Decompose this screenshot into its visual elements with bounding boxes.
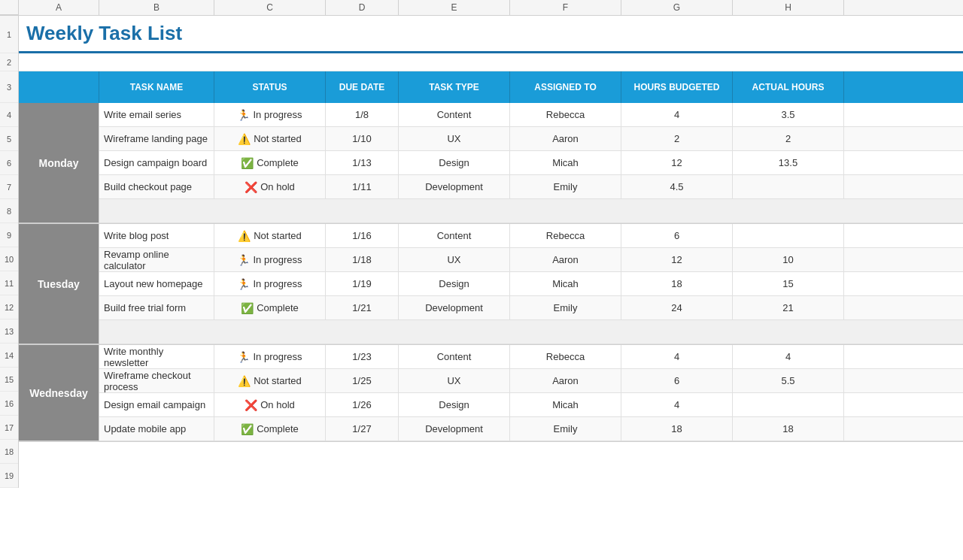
hours-budgeted: 4.5 — [621, 175, 733, 198]
status-icon: 🏃 — [237, 278, 250, 290]
table-row: Layout new homepage 🏃 In progress 1/19 D… — [99, 272, 963, 296]
col-header-h: H — [733, 0, 844, 15]
task-name: Build free trial form — [99, 296, 214, 319]
content-area: Weekly Task List TASK NAME STATUS DUE DA… — [19, 16, 963, 488]
status-label: Complete — [257, 302, 299, 313]
status-label: Complete — [257, 157, 299, 168]
column-header-row: A B C D E F G H — [0, 0, 963, 16]
tuesday-rows: Write blog post ⚠️ Not started 1/16 Cont… — [99, 224, 963, 344]
task-type: Development — [399, 175, 510, 198]
due-date: 1/8 — [326, 103, 399, 126]
spreadsheet: A B C D E F G H 1 2 3 4 5 6 7 8 9 10 11 … — [0, 0, 963, 560]
actual-hours: 13.5 — [733, 151, 844, 174]
table-row: Design email campaign ❌ On hold 1/26 Des… — [99, 393, 963, 417]
task-type: UX — [399, 127, 510, 150]
status-label: On hold — [260, 181, 295, 192]
status-label: Not started — [254, 375, 302, 386]
th-task-type: TASK TYPE — [399, 71, 510, 103]
hours-budgeted: 2 — [621, 127, 733, 150]
status-icon: ⚠️ — [238, 230, 251, 242]
assigned-to: Micah — [510, 393, 621, 416]
status-cell: ✅ Complete — [214, 417, 326, 440]
hours-budgeted: 4 — [621, 345, 733, 368]
hours-budgeted: 4 — [621, 103, 733, 126]
task-name: Write blog post — [99, 224, 214, 247]
due-date: 1/11 — [326, 175, 399, 198]
assigned-to: Rebecca — [510, 345, 621, 368]
row-num-17: 17 — [0, 416, 18, 440]
row-num-7: 7 — [0, 175, 18, 199]
task-type: Design — [399, 393, 510, 416]
table-header-row: TASK NAME STATUS DUE DATE TASK TYPE ASSI… — [19, 71, 963, 103]
tuesday-label: Tuesday — [19, 224, 99, 344]
table-row: Build checkout page ❌ On hold 1/11 Devel… — [99, 175, 963, 199]
due-date: 1/10 — [326, 127, 399, 150]
task-name: Write email series — [99, 103, 214, 126]
th-status: STATUS — [214, 71, 326, 103]
spreadsheet-title: Weekly Task List — [26, 22, 182, 45]
due-date: 1/18 — [326, 248, 399, 271]
task-name: Write monthly newsletter — [99, 345, 214, 368]
actual-hours — [733, 224, 844, 247]
status-label: In progress — [253, 254, 302, 265]
col-header-b: B — [99, 0, 214, 15]
th-task-name: TASK NAME — [99, 71, 214, 103]
row-num-9: 9 — [0, 223, 18, 247]
wednesday-rows: Write monthly newsletter 🏃 In progress 1… — [99, 345, 963, 441]
status-icon: ❌ — [245, 181, 257, 193]
status-icon: ✅ — [241, 302, 254, 314]
task-type: Development — [399, 417, 510, 440]
status-cell: ⚠️ Not started — [214, 224, 326, 247]
due-date: 1/13 — [326, 151, 399, 174]
assigned-to: Emily — [510, 296, 621, 319]
corner-cell — [0, 0, 19, 15]
assigned-to: Rebecca — [510, 103, 621, 126]
col-header-e: E — [399, 0, 510, 15]
task-type: UX — [399, 248, 510, 271]
due-date: 1/16 — [326, 224, 399, 247]
status-icon: ❌ — [245, 399, 257, 411]
actual-hours — [733, 393, 844, 416]
monday-label: Monday — [19, 103, 99, 223]
actual-hours: 2 — [733, 127, 844, 150]
col-header-g: G — [621, 0, 733, 15]
actual-hours: 10 — [733, 248, 844, 271]
status-icon: ✅ — [241, 423, 254, 435]
th-actual-hours: ACTUAL HOURS — [733, 71, 844, 103]
task-type: Design — [399, 151, 510, 174]
status-label: Not started — [254, 230, 302, 241]
row-numbers: 1 2 3 4 5 6 7 8 9 10 11 12 13 14 15 16 1… — [0, 16, 19, 488]
row-num-16: 16 — [0, 392, 18, 416]
status-cell: ⚠️ Not started — [214, 127, 326, 150]
status-cell: ❌ On hold — [214, 393, 326, 416]
task-name: Update mobile app — [99, 417, 214, 440]
row-num-5: 5 — [0, 127, 18, 151]
row-num-18: 18 — [0, 440, 18, 464]
task-type: Design — [399, 272, 510, 295]
task-name: Layout new homepage — [99, 272, 214, 295]
task-name: Design email campaign — [99, 393, 214, 416]
row-num-11: 11 — [0, 271, 18, 295]
row-num-2: 2 — [0, 53, 18, 71]
hours-budgeted: 18 — [621, 272, 733, 295]
row-num-13: 13 — [0, 319, 18, 344]
task-name: Design campaign board — [99, 151, 214, 174]
tuesday-section: Tuesday Write blog post ⚠️ Not started 1… — [19, 224, 963, 345]
table-row: Wireframe landing page ⚠️ Not started 1/… — [99, 127, 963, 151]
wednesday-section: Wednesday Write monthly newsletter 🏃 In … — [19, 345, 963, 442]
actual-hours: 15 — [733, 272, 844, 295]
assigned-to: Micah — [510, 151, 621, 174]
empty-row — [99, 199, 963, 223]
wednesday-label: Wednesday — [19, 345, 99, 441]
table-row: Write email series 🏃 In progress 1/8 Con… — [99, 103, 963, 127]
assigned-to: Aaron — [510, 248, 621, 271]
task-name: Wireframe landing page — [99, 127, 214, 150]
row-num-6: 6 — [0, 151, 18, 175]
status-cell: ✅ Complete — [214, 151, 326, 174]
status-icon: ⚠️ — [238, 375, 251, 387]
th-due-date: DUE DATE — [326, 71, 399, 103]
status-cell: 🏃 In progress — [214, 248, 326, 271]
task-type: Development — [399, 296, 510, 319]
table-row: Write monthly newsletter 🏃 In progress 1… — [99, 345, 963, 369]
th-empty — [19, 71, 99, 103]
